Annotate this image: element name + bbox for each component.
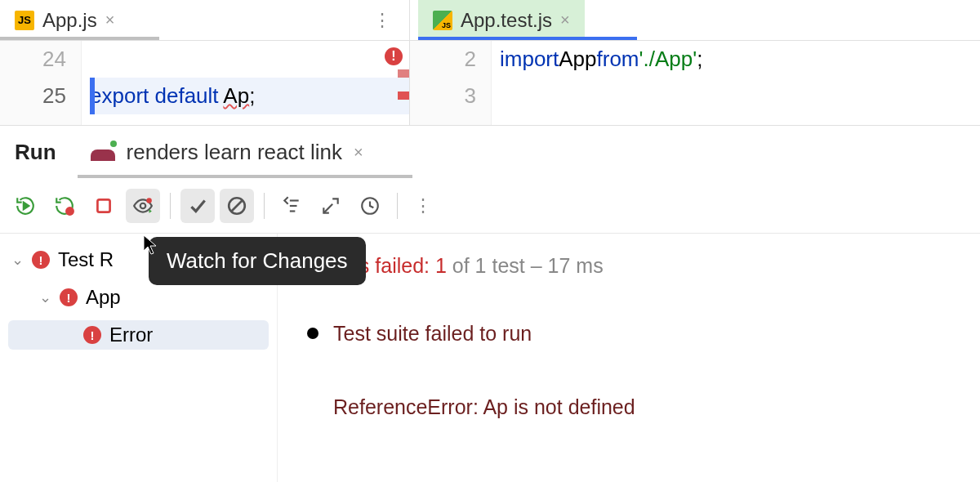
stop-button[interactable] [87, 189, 121, 223]
gutter: 24 25 [0, 41, 82, 125]
editor-tabs-bar: JS App.js × ⋮ App.test.js × [0, 0, 980, 41]
separator [397, 193, 398, 219]
svg-point-4 [146, 198, 152, 203]
code-area[interactable]: export default Ap; [82, 41, 409, 125]
svg-line-11 [323, 203, 332, 212]
svg-point-3 [140, 203, 146, 208]
svg-point-1 [65, 207, 74, 216]
watch-toggle-button[interactable] [126, 189, 160, 223]
tab-label: App.test.js [461, 9, 552, 32]
error-icon: ! [32, 251, 50, 269]
run-config-tab[interactable]: renders learn react link × [91, 140, 363, 165]
run-toolbar: ⋮ [0, 178, 980, 234]
error-stripe[interactable] [398, 91, 409, 100]
error-stripe[interactable] [398, 69, 409, 78]
error-message: ReferenceError: Ap is not defined [333, 390, 962, 425]
line-number: 3 [410, 78, 476, 114]
chevron-down-icon[interactable]: ⌄ [39, 288, 51, 306]
tab-indicator [0, 37, 159, 40]
tab-indicator [418, 37, 637, 40]
rerun-failed-button[interactable] [47, 189, 82, 223]
separator [264, 193, 265, 219]
history-button[interactable] [353, 189, 387, 223]
show-ignored-button[interactable] [220, 189, 254, 223]
run-tab-label: renders learn react link [127, 140, 342, 165]
run-panel-header: Run renders learn react link × [0, 126, 980, 178]
tests-failed-summary: ! Tests failed: 1 of 1 test – 17 ms [296, 248, 962, 283]
code-line[interactable] [90, 41, 409, 78]
code-line[interactable]: export default Ap; [90, 78, 409, 114]
tree-label: App [86, 286, 121, 309]
line-number: 2 [410, 41, 476, 78]
tab-app-test-js[interactable]: App.test.js × [418, 0, 585, 40]
tooltip: Watch for Changes [149, 237, 366, 285]
rerun-button[interactable] [8, 189, 42, 223]
svg-rect-2 [97, 199, 109, 212]
line-number: 25 [0, 78, 66, 114]
test-file-icon [433, 11, 452, 30]
sort-button[interactable] [274, 189, 309, 223]
left-editor-tabs: JS App.js × ⋮ [0, 0, 410, 40]
tree-error-node[interactable]: ! Error [8, 320, 269, 350]
error-icon: ! [60, 288, 78, 306]
tree-label: Test R [58, 248, 114, 271]
editors-split: 24 25 export default Ap; ! 2 3 import Ap… [0, 41, 980, 126]
show-passed-button[interactable] [180, 189, 215, 223]
tab-label: App.js [42, 9, 97, 32]
current-line-indicator [90, 78, 95, 114]
expand-collapse-button[interactable] [314, 189, 348, 223]
error-badge-icon[interactable]: ! [385, 47, 403, 65]
svg-marker-5 [149, 209, 152, 212]
tree-label: Error [109, 324, 153, 346]
more-icon[interactable]: ⋮ [373, 10, 393, 31]
code-line[interactable]: import App from './App'; [500, 41, 980, 78]
svg-marker-0 [24, 202, 29, 209]
close-icon[interactable]: × [105, 11, 115, 29]
tree-file-node[interactable]: ⌄ ! App [0, 283, 277, 312]
right-editor-tabs: App.test.js × [410, 0, 980, 40]
failure-heading: Test suite failed to run [307, 316, 962, 351]
code-line[interactable] [500, 78, 980, 114]
test-output[interactable]: ! Tests failed: 1 of 1 test – 17 ms Test… [278, 234, 980, 482]
right-editor[interactable]: 2 3 import App from './App'; [410, 41, 980, 125]
gutter: 2 3 [410, 41, 492, 125]
line-number: 24 [0, 41, 66, 78]
tab-app-js[interactable]: JS App.js × [0, 0, 129, 40]
left-editor[interactable]: 24 25 export default Ap; ! [0, 41, 410, 125]
jest-icon [91, 143, 115, 161]
code-area[interactable]: import App from './App'; [492, 41, 980, 125]
svg-line-7 [232, 200, 243, 211]
cursor-icon [143, 234, 159, 261]
test-results-split: ⌄ ! Test R ⌄ ! App ! Error ! Tests faile… [0, 234, 980, 482]
bullet-icon [307, 328, 318, 339]
js-file-icon: JS [15, 11, 34, 30]
error-icon: ! [83, 326, 101, 344]
separator [170, 193, 171, 219]
more-icon[interactable]: ⋮ [414, 195, 434, 216]
chevron-down-icon[interactable]: ⌄ [11, 251, 24, 269]
close-icon[interactable]: × [560, 11, 570, 29]
run-label: Run [15, 140, 56, 165]
close-icon[interactable]: × [354, 143, 363, 162]
